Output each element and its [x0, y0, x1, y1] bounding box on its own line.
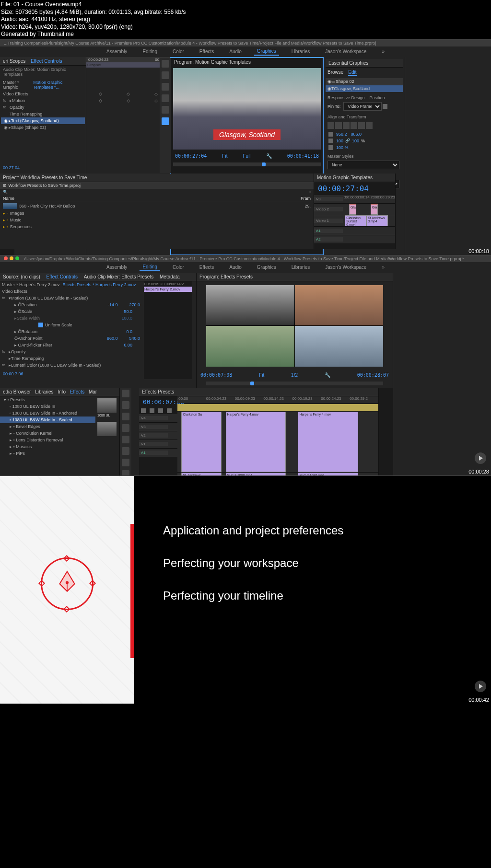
master-styles-select[interactable]: None: [327, 161, 399, 169]
search-icon[interactable]: 🔍: [3, 190, 8, 194]
type-tool-icon[interactable]: [162, 117, 169, 125]
clip-glasgow2[interactable]: Glasgow_S: [371, 204, 378, 215]
track-a1[interactable]: A1: [314, 229, 343, 233]
fx-shape[interactable]: ◉▸ Shape (Shape 02): [1, 124, 85, 131]
link-icon[interactable]: [150, 408, 154, 413]
prop-rotation[interactable]: ▸ Ö Rotation 0.0: [0, 328, 144, 335]
keyframe-icon[interactable]: ◇: [127, 92, 130, 98]
audio-mixer-tab[interactable]: Audio Clip Mixer: Motion Graphic Templat…: [0, 66, 86, 78]
track-select-tool-icon[interactable]: [122, 401, 129, 409]
playhead-icon[interactable]: [262, 162, 266, 166]
fx-motion-2[interactable]: fx▾ Motion (1080 UL B&W Slide In - Scale…: [0, 295, 144, 301]
fx-time-remap-2[interactable]: ▸ Time Remapping: [0, 355, 144, 362]
video-title-overlay[interactable]: Glasgow, Scotland: [213, 129, 281, 140]
wrench-icon[interactable]: 🔧: [325, 372, 330, 378]
timeline-ruler[interactable]: :00:00 00:00:14:23 00:00:29:23: [344, 195, 395, 202]
scopes-tab[interactable]: eri Scopes: [3, 58, 25, 64]
eg-layer-shape[interactable]: ◉ ▭ Shape 02: [326, 78, 403, 85]
track-v4[interactable]: V4: [139, 416, 168, 420]
column-frame[interactable]: Fram: [301, 196, 311, 201]
fit-dropdown[interactable]: Fit: [222, 153, 227, 159]
maximize-window-icon[interactable]: [15, 256, 19, 260]
keyframe-icon[interactable]: ◇: [127, 98, 130, 105]
keyframe-icon[interactable]: ◇: [154, 98, 158, 105]
fx-motion[interactable]: fx▸ Motion: [1, 97, 85, 104]
ws-effects-2[interactable]: Effects: [197, 264, 217, 271]
align-center-h-icon[interactable]: [335, 122, 342, 129]
eg-layer-text[interactable]: ◉ T Glasgow, Scotland: [326, 85, 403, 92]
metadata-tab[interactable]: Metadata: [160, 274, 180, 279]
track-v2[interactable]: Video 2: [314, 207, 343, 211]
ec-clip-bar[interactable]: Harper's Ferry 2.mov: [144, 287, 192, 292]
prop-antiflicker[interactable]: ▸ Ö Anti-flicker Filter 0.00: [0, 342, 144, 348]
preset-item-selected[interactable]: ▫ 1080 UL B&W Slide In - Scaled: [0, 417, 95, 423]
clip-standrews[interactable]: St Andrews 3.mp4: [366, 215, 388, 226]
effects-tab[interactable]: Effects: [70, 389, 84, 394]
ellipse-tool-icon[interactable]: [162, 94, 169, 102]
razor-tool-icon[interactable]: [122, 424, 129, 432]
minimize-window-icon[interactable]: [10, 256, 13, 260]
project-bin[interactable]: 🗎 Workflow Presets to Save Time.prproj: [0, 182, 314, 189]
ws-overflow[interactable]: »: [379, 48, 387, 55]
track-v3[interactable]: V3: [139, 425, 168, 429]
marker-icon[interactable]: [158, 408, 163, 413]
fit-dropdown-2[interactable]: Fit: [259, 372, 264, 378]
eg-browse-tab[interactable]: Browse: [327, 69, 343, 76]
project-item-sequences[interactable]: ▸ ▫Sequences: [0, 223, 314, 230]
ws-editing[interactable]: Editing: [140, 48, 160, 55]
preset-folder[interactable]: ▸ ▫ Bevel Edges: [0, 423, 95, 430]
selection-tool-icon[interactable]: [122, 390, 129, 397]
track-v1[interactable]: V1: [139, 442, 168, 446]
align-bottom-icon[interactable]: [366, 122, 373, 129]
ws-overflow-2[interactable]: »: [379, 264, 387, 271]
source-clip-label[interactable]: Motion Graphic Templates *...: [33, 80, 83, 90]
fx-lumetri[interactable]: fx▸ Lumetri Color (1080 UL B&W Slide In …: [0, 362, 144, 369]
program-video[interactable]: Glasgow, Scotland: [173, 68, 321, 150]
ws-jason[interactable]: Jason's Workspace: [322, 48, 369, 55]
align-right-icon[interactable]: [343, 122, 350, 129]
ws-assembly[interactable]: Assembly: [104, 48, 130, 55]
ws-libraries-2[interactable]: Libraries: [289, 264, 313, 271]
clip-clarkston[interactable]: Clarkston Sunset 6.mp4: [345, 215, 366, 226]
pos-x[interactable]: 958.2: [334, 132, 349, 137]
fx-time-remapping[interactable]: Time Remapping: [1, 111, 85, 117]
preset-folder[interactable]: ▸ ▫ Convolution Kernel: [0, 430, 95, 437]
source-seq-label[interactable]: Effects Presets * Harper's Ferry 2.mov: [62, 282, 136, 287]
ws-color[interactable]: Color: [170, 48, 187, 55]
scale-w[interactable]: 100: [334, 139, 345, 143]
preset-folder[interactable]: ▸ ▫ Lens Distortion Removal: [0, 437, 95, 443]
scale-h[interactable]: 100: [350, 139, 361, 143]
timeline-ruler-2[interactable]: :00:00 00:00:04:23 00:00:09:23 00:00:14:…: [177, 396, 378, 403]
playhead-icon[interactable]: [250, 382, 254, 385]
source-noclips-tab[interactable]: Source: (no clips): [3, 274, 40, 279]
ws-libraries[interactable]: Libraries: [289, 48, 313, 55]
ws-graphics[interactable]: Graphics: [254, 47, 279, 56]
clip-glasgow1[interactable]: Glasgow_S: [349, 204, 356, 215]
keyframe-icon[interactable]: ◇: [99, 92, 102, 98]
ws-audio-2[interactable]: Audio: [226, 264, 245, 271]
track-a2[interactable]: A2: [314, 237, 343, 242]
effect-controls-tab-2[interactable]: Effect Controls: [47, 274, 78, 279]
close-window-icon[interactable]: [4, 256, 8, 260]
ws-assembly-2[interactable]: Assembly: [104, 264, 130, 271]
new-bin-icon[interactable]: ▫: [309, 190, 311, 194]
libraries-tab[interactable]: Libraries: [35, 389, 53, 394]
media-browser-tab[interactable]: edia Browser: [3, 389, 31, 394]
program-video-2[interactable]: [206, 285, 383, 367]
rect-tool-icon[interactable]: [162, 83, 169, 91]
keyframe-icon[interactable]: ◇: [154, 92, 158, 98]
project-item-images[interactable]: ▸ ▫Images: [0, 210, 314, 217]
prop-position[interactable]: ▸ Ö Position -14.9 270.0: [0, 301, 144, 308]
align-top-icon[interactable]: [351, 122, 357, 129]
opacity-value[interactable]: 100 %: [334, 145, 351, 150]
pen-tool-icon[interactable]: [162, 71, 169, 79]
ws-effects[interactable]: Effects: [197, 48, 217, 55]
selection-tool-icon[interactable]: [162, 60, 169, 68]
pos-y[interactable]: 886.0: [349, 132, 364, 137]
ws-color-2[interactable]: Color: [170, 264, 187, 271]
clip-harpers2[interactable]: Harper's Ferry 4.mov: [298, 412, 358, 472]
crop-tool-icon[interactable]: [162, 106, 169, 114]
eg-edit-tab[interactable]: Edit: [348, 69, 356, 76]
ws-jason-2[interactable]: Jason's Workspace: [322, 264, 369, 271]
align-left-icon[interactable]: [327, 122, 334, 129]
